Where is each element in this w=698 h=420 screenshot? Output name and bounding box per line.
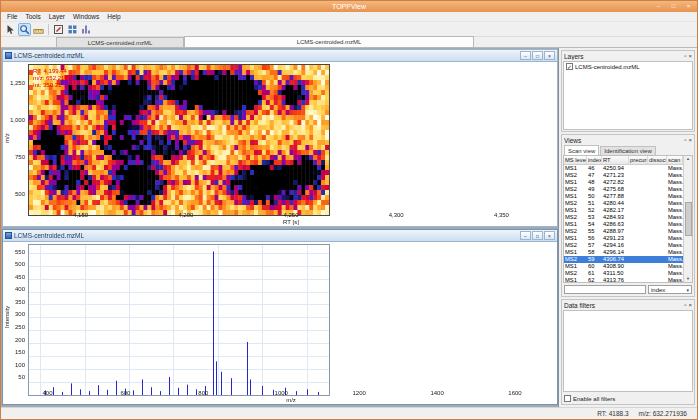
scan-table-row[interactable]: MS1464250.94Mass...	[564, 165, 683, 172]
table-cell: 62	[587, 277, 602, 282]
projections-tool-button[interactable]	[80, 23, 93, 36]
scan-table-row[interactable]: MS1604308.90Mass...	[564, 263, 683, 270]
scan-table-row[interactable]: MS2534284.93Mass...	[564, 214, 683, 221]
scan-table-row[interactable]: MS2554288.97Mass...	[564, 228, 683, 235]
axis-tick: 400	[42, 390, 52, 396]
subwindow-close-button[interactable]: ×	[544, 51, 555, 60]
table-cell	[629, 193, 648, 200]
grid-tool-button[interactable]	[66, 23, 79, 36]
window-minimize-button[interactable]: –	[652, 2, 665, 11]
window-maximize-button[interactable]: □	[667, 2, 680, 11]
document-tab[interactable]: LCMS-centroided.mzML	[56, 37, 184, 47]
axis-tick: 4,300	[389, 212, 404, 218]
column-header[interactable]: precursor m/z	[629, 156, 648, 164]
enable-all-filters-checkbox[interactable]	[564, 395, 571, 402]
dock-float-button[interactable]: ▫	[684, 301, 686, 309]
layer-item[interactable]: ✓LCMS-centroided.mzML	[564, 62, 692, 71]
table-cell: MS2	[564, 200, 587, 207]
scrollbar-track[interactable]	[685, 162, 692, 276]
zoom-tool-button[interactable]	[18, 23, 31, 36]
menu-file[interactable]: File	[3, 13, 21, 20]
spectrum-plot[interactable]	[28, 244, 330, 396]
dock-float-button[interactable]: ▫	[684, 136, 686, 144]
table-cell: 4275.68	[602, 186, 629, 193]
scan-table-row[interactable]: MS1504277.88Mass...	[564, 193, 683, 200]
search-column-combo[interactable]: index ▾	[648, 285, 692, 294]
document-tab[interactable]: LCMS-centroided.mzML	[184, 36, 474, 47]
subwindow-maximize-button[interactable]: □	[532, 231, 543, 240]
table-cell	[629, 277, 648, 282]
views-tab-identification-view[interactable]: Identification view	[600, 146, 655, 155]
subwindow-titlebar[interactable]: LCMS-centroided.mzML – □ ×	[3, 50, 557, 62]
axis-tick: 1200	[352, 390, 365, 396]
subwindow-titlebar[interactable]: LCMS-centroided.mzML – □ ×	[3, 230, 557, 242]
axis-tick: 1400	[430, 390, 443, 396]
scan-table-row[interactable]: MS1584296.14Mass...	[564, 249, 683, 256]
menu-tools[interactable]: Tools	[21, 13, 44, 20]
scrollbar-thumb[interactable]	[685, 202, 692, 236]
scroll-down-icon[interactable]: ▼	[686, 276, 690, 282]
scan-table-row[interactable]: MS1524282.17Mass...	[564, 207, 683, 214]
views-tab-scan-view[interactable]: Scan view	[564, 145, 599, 155]
column-header[interactable]: dissociation	[648, 156, 667, 164]
column-header[interactable]: scan type	[667, 156, 683, 164]
table-cell: 4284.93	[602, 214, 629, 221]
subwindow-minimize-button[interactable]: –	[520, 51, 531, 60]
table-cell	[629, 165, 648, 172]
scan-table-row[interactable]: MS1484272.82Mass...	[564, 179, 683, 186]
layers-panel: Layers ▫ × ✓LCMS-centroided.mzML	[561, 50, 695, 132]
scan-table-row[interactable]: MS1544286.63Mass...	[564, 221, 683, 228]
scan-table-row[interactable]: MS2614311.50Mass...	[564, 270, 683, 277]
menu-windows[interactable]: Windows	[69, 13, 103, 20]
axis-tick: 1,000	[10, 117, 25, 123]
table-cell: MS1	[564, 277, 587, 282]
dock-close-button[interactable]: ×	[688, 52, 692, 60]
pointer-tool-button[interactable]	[4, 23, 17, 36]
table-cell: MS2	[564, 172, 587, 179]
column-header[interactable]: index	[587, 156, 602, 164]
table-cell: Mass...	[667, 179, 683, 186]
column-header[interactable]: MS level	[564, 156, 587, 164]
x-axis-label: m/z	[28, 397, 554, 404]
scan-table-row[interactable]: MS2514280.44Mass...	[564, 200, 683, 207]
window-close-button[interactable]: ×	[682, 2, 695, 11]
column-header[interactable]: RT	[602, 156, 629, 164]
menu-help[interactable]: Help	[103, 13, 124, 20]
scan-search-input[interactable]	[564, 285, 646, 294]
table-cell: 4250.94	[602, 165, 629, 172]
dock-close-button[interactable]: ×	[688, 136, 692, 144]
table-scrollbar[interactable]: ▲ ▼	[683, 156, 692, 282]
table-cell	[629, 186, 648, 193]
table-cell: MS1	[564, 179, 587, 186]
scan-table-row[interactable]: MS2594306.74Mass...	[564, 256, 683, 263]
table-cell	[629, 263, 648, 270]
scan-table-row[interactable]: MS1624313.76Mass...	[564, 277, 683, 282]
spectrum-2d-window: LCMS-centroided.mzML – □ × m/z 1,2501,00…	[2, 49, 558, 227]
measure-tool-button[interactable]	[32, 23, 45, 36]
table-cell: Mass...	[667, 207, 683, 214]
scan-table-row[interactable]: MS2574294.16Mass...	[564, 242, 683, 249]
mdi-workspace: LCMS-centroided.mzML – □ × m/z 1,2501,00…	[1, 48, 559, 407]
dock-float-button[interactable]: ▫	[684, 52, 686, 60]
table-cell: 56	[587, 235, 602, 242]
menu-layer[interactable]: Layer	[45, 13, 69, 20]
table-cell: 4280.44	[602, 200, 629, 207]
dock-close-button[interactable]: ×	[688, 301, 692, 309]
titlebar[interactable]: TOPPView – □ ×	[1, 1, 697, 12]
table-cell: Mass...	[667, 221, 683, 228]
menu-bar: FileToolsLayerWindowsHelp	[1, 12, 697, 22]
scan-table-row[interactable]: MS1564291.23Mass...	[564, 235, 683, 242]
scan-table-row[interactable]: MS2494275.68Mass...	[564, 186, 683, 193]
reset-zoom-tool-button[interactable]	[52, 23, 65, 36]
table-cell: MS1	[564, 221, 587, 228]
subwindow-close-button[interactable]: ×	[544, 231, 555, 240]
layer-visibility-checkbox[interactable]: ✓	[566, 63, 573, 70]
scan-table-row[interactable]: MS2474271.23Mass...	[564, 172, 683, 179]
table-cell	[629, 256, 648, 263]
table-cell: Mass...	[667, 193, 683, 200]
plot-1d-body: Intensity 501001502002503003504004505005…	[3, 242, 557, 404]
status-mz: m/z: 632.271936	[639, 410, 687, 417]
subwindow-minimize-button[interactable]: –	[520, 231, 531, 240]
axis-tick: 500	[15, 191, 25, 197]
subwindow-maximize-button[interactable]: □	[532, 51, 543, 60]
